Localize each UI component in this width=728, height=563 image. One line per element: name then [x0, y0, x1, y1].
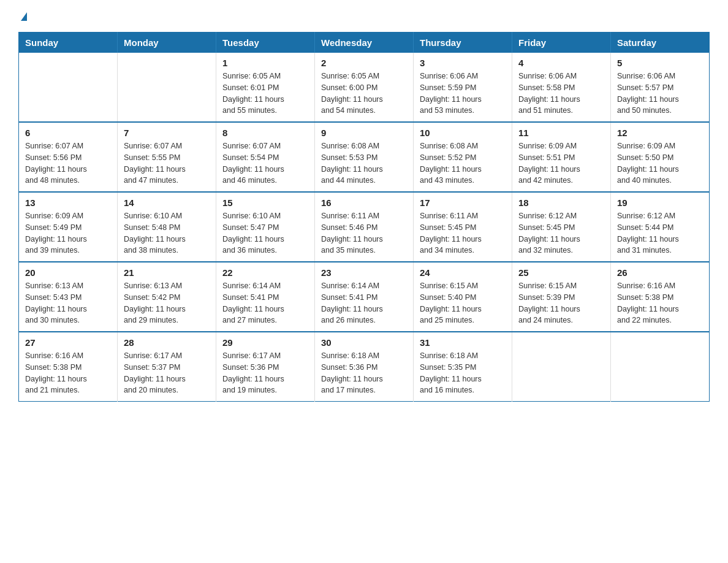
day-number: 19 [617, 197, 703, 208]
day-number: 31 [420, 337, 506, 348]
calendar-cell: 2Sunrise: 6:05 AM Sunset: 6:00 PM Daylig… [315, 53, 414, 122]
day-number: 1 [222, 58, 308, 68]
day-number: 10 [420, 128, 506, 138]
day-of-week-header: Sunday [19, 33, 118, 53]
day-info: Sunrise: 6:06 AM Sunset: 5:57 PM Dayligh… [617, 71, 703, 117]
calendar-cell: 1Sunrise: 6:05 AM Sunset: 6:01 PM Daylig… [216, 53, 315, 122]
calendar-week-row: 13Sunrise: 6:09 AM Sunset: 5:49 PM Dayli… [19, 192, 710, 262]
day-info: Sunrise: 6:08 AM Sunset: 5:52 PM Dayligh… [420, 140, 506, 186]
day-info: Sunrise: 6:07 AM Sunset: 5:55 PM Dayligh… [124, 140, 210, 186]
day-info: Sunrise: 6:18 AM Sunset: 5:35 PM Dayligh… [420, 350, 506, 396]
calendar-cell: 29Sunrise: 6:17 AM Sunset: 5:36 PM Dayli… [216, 332, 315, 402]
logo-blue-part [20, 12, 27, 22]
calendar-cell: 12Sunrise: 6:09 AM Sunset: 5:50 PM Dayli… [611, 122, 710, 192]
day-number: 24 [420, 267, 506, 278]
day-number: 9 [321, 128, 407, 138]
day-info: Sunrise: 6:17 AM Sunset: 5:36 PM Dayligh… [222, 350, 308, 396]
calendar-cell: 11Sunrise: 6:09 AM Sunset: 5:51 PM Dayli… [512, 122, 611, 192]
day-info: Sunrise: 6:09 AM Sunset: 5:49 PM Dayligh… [25, 210, 111, 256]
calendar-cell: 19Sunrise: 6:12 AM Sunset: 5:44 PM Dayli… [611, 192, 710, 262]
calendar-cell: 23Sunrise: 6:14 AM Sunset: 5:41 PM Dayli… [315, 262, 414, 332]
calendar-week-row: 6Sunrise: 6:07 AM Sunset: 5:56 PM Daylig… [19, 122, 710, 192]
calendar-cell: 5Sunrise: 6:06 AM Sunset: 5:57 PM Daylig… [611, 53, 710, 122]
day-number: 3 [420, 58, 506, 68]
calendar-cell: 8Sunrise: 6:07 AM Sunset: 5:54 PM Daylig… [216, 122, 315, 192]
day-number: 22 [222, 267, 308, 278]
logo-triangle-icon [21, 12, 27, 21]
calendar-cell: 4Sunrise: 6:06 AM Sunset: 5:58 PM Daylig… [512, 53, 611, 122]
calendar-cell: 7Sunrise: 6:07 AM Sunset: 5:55 PM Daylig… [118, 122, 216, 192]
day-number: 2 [321, 58, 407, 68]
day-info: Sunrise: 6:08 AM Sunset: 5:53 PM Dayligh… [321, 140, 407, 186]
day-of-week-header: Monday [118, 33, 216, 53]
calendar-cell: 9Sunrise: 6:08 AM Sunset: 5:53 PM Daylig… [315, 122, 414, 192]
calendar-cell: 24Sunrise: 6:15 AM Sunset: 5:40 PM Dayli… [414, 262, 512, 332]
day-number: 5 [617, 58, 703, 68]
day-info: Sunrise: 6:12 AM Sunset: 5:45 PM Dayligh… [518, 210, 604, 256]
calendar-cell: 20Sunrise: 6:13 AM Sunset: 5:43 PM Dayli… [19, 262, 118, 332]
day-number: 26 [617, 267, 703, 278]
day-of-week-header: Wednesday [315, 33, 414, 53]
day-number: 30 [321, 337, 407, 348]
calendar-cell: 27Sunrise: 6:16 AM Sunset: 5:38 PM Dayli… [19, 332, 118, 402]
calendar-cell: 16Sunrise: 6:11 AM Sunset: 5:46 PM Dayli… [315, 192, 414, 262]
day-info: Sunrise: 6:11 AM Sunset: 5:45 PM Dayligh… [420, 210, 506, 256]
day-info: Sunrise: 6:12 AM Sunset: 5:44 PM Dayligh… [617, 210, 703, 256]
day-number: 17 [420, 197, 506, 208]
day-number: 18 [518, 197, 604, 208]
calendar-header-row: SundayMondayTuesdayWednesdayThursdayFrid… [19, 33, 710, 53]
day-number: 12 [617, 128, 703, 138]
calendar-cell [19, 53, 118, 122]
calendar-cell [118, 53, 216, 122]
day-info: Sunrise: 6:09 AM Sunset: 5:51 PM Dayligh… [518, 140, 604, 186]
calendar-cell: 31Sunrise: 6:18 AM Sunset: 5:35 PM Dayli… [414, 332, 512, 402]
calendar-cell: 26Sunrise: 6:16 AM Sunset: 5:38 PM Dayli… [611, 262, 710, 332]
day-number: 21 [124, 267, 210, 278]
calendar-cell: 6Sunrise: 6:07 AM Sunset: 5:56 PM Daylig… [19, 122, 118, 192]
calendar-cell: 10Sunrise: 6:08 AM Sunset: 5:52 PM Dayli… [414, 122, 512, 192]
day-info: Sunrise: 6:17 AM Sunset: 5:37 PM Dayligh… [124, 350, 210, 396]
day-number: 15 [222, 197, 308, 208]
day-number: 7 [124, 128, 210, 138]
calendar-cell: 28Sunrise: 6:17 AM Sunset: 5:37 PM Dayli… [118, 332, 216, 402]
calendar-week-row: 20Sunrise: 6:13 AM Sunset: 5:43 PM Dayli… [19, 262, 710, 332]
day-info: Sunrise: 6:16 AM Sunset: 5:38 PM Dayligh… [25, 350, 111, 396]
day-of-week-header: Tuesday [216, 33, 315, 53]
day-info: Sunrise: 6:10 AM Sunset: 5:48 PM Dayligh… [124, 210, 210, 256]
calendar-table: SundayMondayTuesdayWednesdayThursdayFrid… [18, 32, 710, 402]
day-info: Sunrise: 6:15 AM Sunset: 5:40 PM Dayligh… [420, 280, 506, 326]
day-info: Sunrise: 6:13 AM Sunset: 5:43 PM Dayligh… [25, 280, 111, 326]
calendar-week-row: 1Sunrise: 6:05 AM Sunset: 6:01 PM Daylig… [19, 53, 710, 122]
day-number: 6 [25, 128, 111, 138]
calendar-cell: 13Sunrise: 6:09 AM Sunset: 5:49 PM Dayli… [19, 192, 118, 262]
day-number: 11 [518, 128, 604, 138]
calendar-cell: 3Sunrise: 6:06 AM Sunset: 5:59 PM Daylig… [414, 53, 512, 122]
calendar-cell: 22Sunrise: 6:14 AM Sunset: 5:41 PM Dayli… [216, 262, 315, 332]
calendar-cell [611, 332, 710, 402]
calendar-cell [512, 332, 611, 402]
day-info: Sunrise: 6:07 AM Sunset: 5:56 PM Dayligh… [25, 140, 111, 186]
day-number: 29 [222, 337, 308, 348]
day-number: 20 [25, 267, 111, 278]
day-info: Sunrise: 6:16 AM Sunset: 5:38 PM Dayligh… [617, 280, 703, 326]
calendar-cell: 21Sunrise: 6:13 AM Sunset: 5:42 PM Dayli… [118, 262, 216, 332]
day-number: 8 [222, 128, 308, 138]
day-info: Sunrise: 6:11 AM Sunset: 5:46 PM Dayligh… [321, 210, 407, 256]
day-info: Sunrise: 6:10 AM Sunset: 5:47 PM Dayligh… [222, 210, 308, 256]
day-number: 16 [321, 197, 407, 208]
day-info: Sunrise: 6:06 AM Sunset: 5:58 PM Dayligh… [518, 71, 604, 117]
calendar-cell: 15Sunrise: 6:10 AM Sunset: 5:47 PM Dayli… [216, 192, 315, 262]
day-number: 23 [321, 267, 407, 278]
day-info: Sunrise: 6:05 AM Sunset: 6:00 PM Dayligh… [321, 71, 407, 117]
day-info: Sunrise: 6:15 AM Sunset: 5:39 PM Dayligh… [518, 280, 604, 326]
day-info: Sunrise: 6:07 AM Sunset: 5:54 PM Dayligh… [222, 140, 308, 186]
day-info: Sunrise: 6:09 AM Sunset: 5:50 PM Dayligh… [617, 140, 703, 186]
day-number: 27 [25, 337, 111, 348]
day-info: Sunrise: 6:05 AM Sunset: 6:01 PM Dayligh… [222, 71, 308, 117]
header [18, 12, 710, 22]
calendar-cell: 18Sunrise: 6:12 AM Sunset: 5:45 PM Dayli… [512, 192, 611, 262]
day-number: 25 [518, 267, 604, 278]
day-number: 14 [124, 197, 210, 208]
calendar-week-row: 27Sunrise: 6:16 AM Sunset: 5:38 PM Dayli… [19, 332, 710, 402]
calendar-cell: 30Sunrise: 6:18 AM Sunset: 5:36 PM Dayli… [315, 332, 414, 402]
